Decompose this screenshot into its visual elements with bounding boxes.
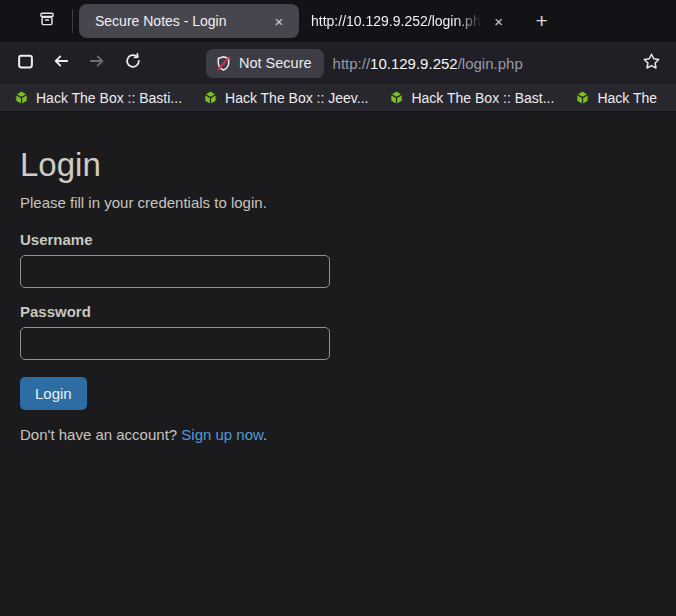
arrow-left-icon	[52, 52, 70, 74]
bookmark-item[interactable]: Hack The	[575, 90, 657, 106]
shield-slash-icon	[215, 55, 232, 72]
hackthebox-cube-icon	[575, 90, 590, 105]
password-input[interactable]	[20, 327, 330, 360]
arrow-right-icon	[88, 52, 106, 74]
tab-secure-notes[interactable]: Secure Notes - Login ×	[79, 4, 299, 38]
forward-button[interactable]	[80, 46, 114, 80]
bookmark-page-button[interactable]	[634, 46, 668, 80]
login-page: Login Please fill in your credentials to…	[0, 112, 676, 616]
security-badge-label: Not Secure	[239, 55, 312, 71]
square-outline-icon	[17, 53, 34, 74]
signup-link[interactable]: Sign up now	[181, 426, 263, 443]
hackthebox-cube-icon	[203, 90, 218, 105]
new-tab-button[interactable]: +	[527, 6, 557, 36]
tab-bar: Secure Notes - Login × http://10.129.9.2…	[0, 0, 676, 42]
bookmark-item[interactable]: Hack The Box :: Basti...	[14, 90, 182, 106]
tab-title: http://10.129.9.252/login.ph	[311, 13, 481, 29]
reload-icon	[124, 52, 142, 74]
bookmark-item[interactable]: Hack The Box :: Jeev...	[203, 90, 368, 106]
hackthebox-cube-icon	[389, 90, 404, 105]
site-security-badge[interactable]: Not Secure	[206, 49, 324, 78]
back-button[interactable]	[44, 46, 78, 80]
signup-text: Don't have an account?	[20, 426, 181, 443]
login-button[interactable]: Login	[20, 377, 87, 410]
url-host: 10.129.9.252	[370, 55, 458, 72]
reload-button[interactable]	[116, 46, 150, 80]
url-scheme: http://	[333, 55, 371, 72]
signup-suffix: .	[263, 426, 267, 443]
tabbar-divider	[72, 9, 73, 33]
bookmarks-bar: Hack The Box :: Basti... Hack The Box ::…	[0, 84, 676, 112]
tab-title: Secure Notes - Login	[95, 13, 261, 29]
signup-line: Don't have an account? Sign up now.	[20, 426, 656, 443]
bookmark-label: Hack The Box :: Jeev...	[225, 90, 368, 106]
bookmark-item[interactable]: Hack The Box :: Bast...	[389, 90, 554, 106]
tab-login-url[interactable]: http://10.129.9.252/login.ph ×	[299, 9, 515, 33]
star-outline-icon	[642, 52, 661, 75]
password-label: Password	[20, 303, 656, 320]
bookmark-label: Hack The Box :: Bast...	[411, 90, 554, 106]
address-text[interactable]: http://10.129.9.252/login.php	[333, 55, 523, 72]
archive-box-icon	[38, 10, 56, 32]
tab-overview-button[interactable]	[30, 4, 64, 38]
sidebar-toggle-button[interactable]	[8, 46, 42, 80]
bookmark-label: Hack The Box :: Basti...	[36, 90, 182, 106]
username-input[interactable]	[20, 255, 330, 288]
browser-window: Secure Notes - Login × http://10.129.9.2…	[0, 0, 676, 616]
close-tab-icon[interactable]: ×	[487, 9, 511, 33]
url-path: /login.php	[458, 55, 523, 72]
close-tab-icon[interactable]: ×	[267, 9, 291, 33]
username-label: Username	[20, 231, 656, 248]
hackthebox-cube-icon	[14, 90, 29, 105]
page-title: Login	[20, 146, 656, 184]
page-subtitle: Please fill in your credentials to login…	[20, 194, 656, 211]
login-form: Username Password Login	[20, 231, 656, 426]
bookmark-label: Hack The	[597, 90, 657, 106]
url-bar[interactable]: Not Secure http://10.129.9.252/login.php	[206, 49, 634, 78]
navigation-toolbar: Not Secure http://10.129.9.252/login.php	[0, 42, 676, 84]
